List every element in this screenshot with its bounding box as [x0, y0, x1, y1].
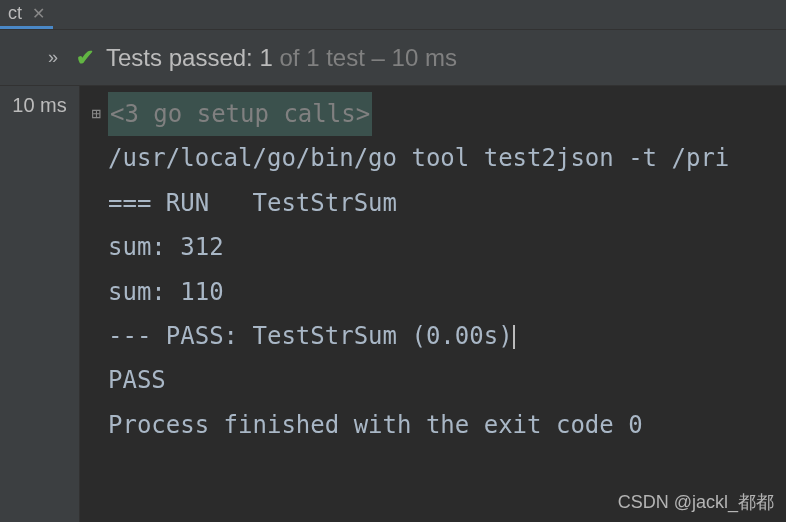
folded-region[interactable]: ⊞ <3 go setup calls> — [84, 92, 782, 136]
test-status-bar: » ✔ Tests passed: 1 of 1 test – 10 ms — [0, 30, 786, 86]
close-icon[interactable]: ✕ — [32, 4, 45, 23]
watermark: CSDN @jackl_都都 — [618, 490, 774, 514]
test-duration[interactable]: 10 ms — [0, 86, 79, 125]
console-line: PASS — [84, 358, 782, 402]
folded-text: <3 go setup calls> — [108, 92, 372, 136]
console-line: sum: 312 — [84, 225, 782, 269]
console-line: /usr/local/go/bin/go tool test2json -t /… — [84, 136, 782, 180]
fold-expand-icon[interactable]: ⊞ — [84, 99, 108, 129]
text-cursor — [513, 325, 515, 349]
tests-passed-prefix: Tests passed: — [106, 44, 259, 71]
expand-icon[interactable]: » — [48, 47, 58, 68]
test-status-text: Tests passed: 1 of 1 test – 10 ms — [106, 44, 457, 72]
console-line: Process finished with the exit code 0 — [84, 403, 782, 447]
tests-passed-count: 1 — [259, 44, 272, 71]
tests-total-suffix: of 1 test – 10 ms — [273, 44, 457, 71]
console-line: sum: 110 — [84, 270, 782, 314]
test-tree-sidebar: 10 ms — [0, 86, 80, 522]
console-output[interactable]: ⊞ <3 go setup calls> /usr/local/go/bin/g… — [80, 86, 786, 522]
active-tab[interactable]: ct ✕ — [0, 0, 53, 29]
console-line: === RUN TestStrSum — [84, 181, 782, 225]
console-line: --- PASS: TestStrSum (0.00s) — [84, 314, 782, 358]
check-icon: ✔ — [76, 45, 94, 71]
tab-label: ct — [8, 3, 22, 24]
main-area: 10 ms ⊞ <3 go setup calls> /usr/local/go… — [0, 86, 786, 522]
tab-bar: ct ✕ — [0, 0, 786, 30]
